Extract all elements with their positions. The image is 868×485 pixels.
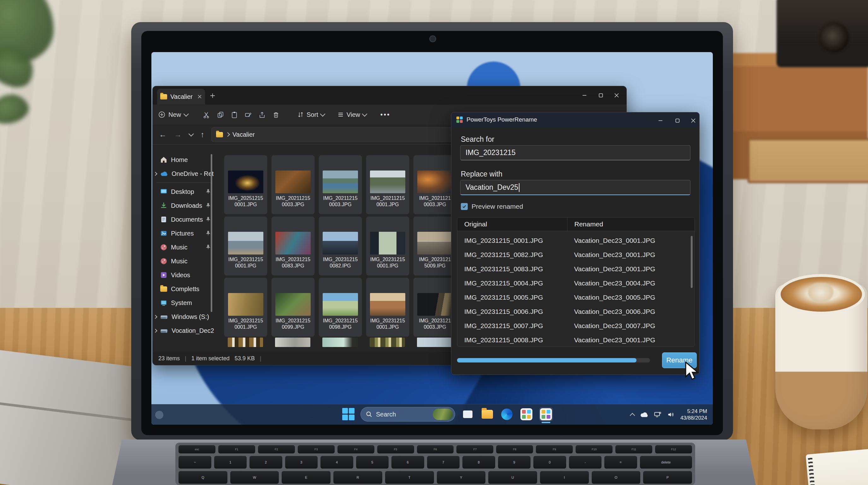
table-row[interactable]: IMG_20231215_0082.JPGVacation_Dec23_0001… xyxy=(457,248,694,262)
photo-thumbnail-partial[interactable] xyxy=(417,338,452,347)
table-row[interactable]: IMG_20231215_0008.JPGVacation_Dec23_0001… xyxy=(457,333,694,347)
table-row[interactable]: IMG_20231215_0006.JPGVacation_Dec23_0006… xyxy=(457,304,694,319)
maximize-button[interactable] xyxy=(594,90,608,101)
table-row[interactable]: IMG_20231215_0005.JPGVacation_Dec23_0005… xyxy=(457,290,694,304)
more-options-button[interactable]: ••• xyxy=(380,111,391,119)
sidebar-item-pictures[interactable]: Pictures xyxy=(153,226,215,240)
table-scrollbar[interactable] xyxy=(691,236,693,288)
onedrive-tray-icon[interactable] xyxy=(640,412,648,418)
back-button[interactable]: ← xyxy=(159,130,166,139)
file-tile[interactable]: IMG_202312150001.JPG xyxy=(224,278,268,337)
table-row[interactable]: IMG_20231215_0004.JPGVacation_Dec23_0004… xyxy=(457,276,694,290)
photo-thumbnail-partial[interactable] xyxy=(275,338,310,347)
sidebar-scrollbar[interactable] xyxy=(211,154,212,312)
search-for-input[interactable]: IMG_20231215 xyxy=(460,145,690,161)
file-tile[interactable]: IMG_202312150001.IPG xyxy=(366,216,409,276)
sidebar-item-completts[interactable]: Completts xyxy=(153,282,215,296)
keyboard-key: 6 xyxy=(392,456,424,468)
powertoys-icon[interactable] xyxy=(539,407,553,421)
up-button[interactable]: ↑ xyxy=(200,130,205,139)
chevron-right-icon[interactable] xyxy=(153,315,157,319)
chevron-right-icon[interactable] xyxy=(153,329,157,333)
table-row[interactable]: IMG_20231215_0083.JPGVacation_Dec23_0001… xyxy=(457,262,694,276)
cut-button[interactable] xyxy=(203,111,210,118)
recent-locations-icon[interactable] xyxy=(189,131,194,137)
table-row[interactable]: IMG_20231215_0007.JPGVacation_Dec23_0007… xyxy=(457,319,694,333)
file-tile[interactable]: IMG_20231210003.JPG xyxy=(413,278,457,337)
sidebar-item-downloads[interactable]: Downloads xyxy=(153,199,215,212)
task-view-icon[interactable] xyxy=(461,407,475,421)
dialog-minimize-button[interactable] xyxy=(658,117,663,124)
keyboard-key: F9 xyxy=(536,445,573,453)
column-renamed[interactable]: Renamed xyxy=(567,218,694,231)
rename-icon-button[interactable] xyxy=(245,111,252,118)
file-tile[interactable]: IMG_202512150001.JPG xyxy=(224,155,268,215)
file-tile[interactable]: IMG_20231215009.IPG xyxy=(413,216,457,276)
replace-with-input[interactable]: Vacation_Dev25 xyxy=(460,180,690,195)
sidebar-item-documents[interactable]: Documents xyxy=(153,212,215,226)
sidebar-item-home[interactable]: Home xyxy=(153,153,215,167)
new-button[interactable]: New xyxy=(158,111,188,118)
keyboard-key: 4 xyxy=(320,456,353,468)
sidebar-item-music[interactable]: Music xyxy=(153,240,215,254)
sidebar-item-desktop[interactable]: Desktop xyxy=(153,185,215,199)
pin-icon xyxy=(206,217,211,222)
sort-button[interactable]: Sort xyxy=(297,111,324,118)
network-icon[interactable] xyxy=(654,411,661,418)
sidebar-item-onedrive[interactable]: OneDrive - Ret xyxy=(153,167,215,181)
photo-thumbnail xyxy=(228,232,264,255)
delete-button[interactable] xyxy=(273,111,279,118)
file-tile[interactable]: IMG_202312150098.JPG xyxy=(318,278,362,337)
photo-thumbnail-partial[interactable] xyxy=(370,338,405,347)
minimize-button[interactable] xyxy=(577,90,592,101)
checkbox-checked-icon[interactable] xyxy=(461,203,468,210)
chevron-right-icon[interactable] xyxy=(153,172,157,176)
sidebar-item-windows-drive[interactable]: Windows (S:) xyxy=(153,310,215,324)
file-explorer-icon[interactable] xyxy=(480,407,494,421)
file-tile[interactable]: IMG_202312150001.JPG xyxy=(366,278,409,337)
preview-renamed-label: Preview renamed xyxy=(471,203,523,210)
file-tile[interactable]: IMG_202312150083.JPG xyxy=(271,216,315,276)
widgets-icon[interactable] xyxy=(155,411,163,419)
file-tile[interactable]: IMG_20211210003.JPG xyxy=(413,155,457,215)
sidebar-item-music-2[interactable]: Music xyxy=(153,254,215,268)
preview-renamed-checkbox-row[interactable]: Preview renamed xyxy=(461,203,523,210)
keyboard-row: escF1F2F3F4F5F6F7F8F9F10F11F12 xyxy=(179,445,692,453)
tray-chevron-up-icon[interactable] xyxy=(629,413,635,418)
volume-icon[interactable] xyxy=(667,411,675,418)
onedrive-icon xyxy=(160,170,168,177)
keyboard-key: = xyxy=(604,456,637,468)
explorer-tab[interactable]: Vacalier xyxy=(157,89,205,105)
clock[interactable]: 5:24 PM 43/88/2024 xyxy=(680,408,707,421)
close-button[interactable] xyxy=(609,90,624,101)
share-button[interactable] xyxy=(259,111,266,118)
dialog-maximize-button[interactable] xyxy=(675,117,680,124)
forward-button[interactable]: → xyxy=(174,130,182,139)
file-tile[interactable]: IMG_202312150099.JPG xyxy=(271,278,315,337)
dialog-close-button[interactable] xyxy=(691,117,695,124)
sidebar-item-videos[interactable]: Videos xyxy=(153,268,215,282)
taskbar-search[interactable]: Search xyxy=(361,407,455,422)
store-icon[interactable] xyxy=(520,407,533,421)
photo-thumbnail-partial[interactable] xyxy=(228,338,263,347)
paste-button[interactable] xyxy=(231,111,238,118)
edge-icon[interactable] xyxy=(500,407,514,421)
close-tab-icon[interactable] xyxy=(197,94,202,99)
new-tab-icon[interactable] xyxy=(210,93,215,98)
sidebar-item-system[interactable]: System xyxy=(153,296,215,310)
file-tile[interactable]: IMG_202112150003.JPG xyxy=(318,155,362,215)
copy-button[interactable] xyxy=(217,111,224,118)
file-tile[interactable]: IMG_202312150082.IPG xyxy=(318,216,362,276)
start-button[interactable] xyxy=(342,408,355,421)
file-tile[interactable]: IMG_202112150001.JPG xyxy=(366,155,409,215)
keyboard-key: F6 xyxy=(417,445,454,453)
view-button[interactable]: View xyxy=(337,111,367,118)
keyboard-key: F3 xyxy=(298,445,335,453)
column-original[interactable]: Original xyxy=(457,220,567,228)
file-tile[interactable]: IMG_202112150003.JPG xyxy=(271,155,315,215)
sidebar-item-vocation-drive[interactable]: Vocation_Dec2 xyxy=(153,324,215,338)
photo-thumbnail-partial[interactable] xyxy=(322,338,358,347)
table-row[interactable]: IMG_20231215_0001.JPGVacation_Dec23_0001… xyxy=(457,233,694,248)
file-tile[interactable]: IMG_202312150001.IPG xyxy=(224,216,268,276)
keyboard-key: esc xyxy=(179,445,215,453)
